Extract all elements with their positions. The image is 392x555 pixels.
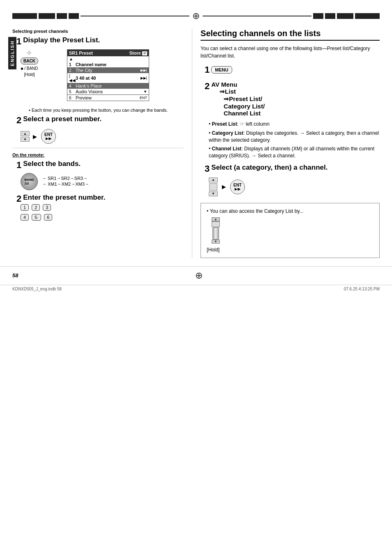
num-btn-1[interactable]: 1 <box>21 204 29 211</box>
preset-row-1: 1 Channel name <box>67 62 149 67</box>
bullet-preset-label: Preset List <box>212 121 237 127</box>
crosshair-bottom-center <box>194 271 204 281</box>
bullet-preset-text: : ☞ left column <box>237 121 270 127</box>
footer-file: KDNXD505_J_eng.indb 58 <box>12 287 62 291</box>
back-button[interactable]: BACK <box>21 58 38 64</box>
right-step2-number: 2 <box>205 81 210 92</box>
step1-block: 1 Display the Preset List. ⊹ BACK ■ / BA… <box>12 36 184 104</box>
left-section-title: Selecting preset channels <box>12 29 184 34</box>
arrow-sr-icon: → <box>42 176 46 181</box>
band-selector-area: BAND1/2 → SR1→SR2→SR3→ → XM1→XM2→XM3→ <box>21 173 184 190</box>
av-list-label: ⇒List <box>219 88 265 95</box>
tip-joy-down: ▼ <box>212 240 220 244</box>
border-line-left <box>81 16 189 16</box>
bullet-channel-label: Channel List <box>212 146 242 152</box>
border-line-right <box>203 16 311 16</box>
num-btn-2[interactable]: 2 <box>32 204 40 211</box>
preset-row-0: ▲ <box>67 56 149 62</box>
right-section-title: Selecting channels on the lists <box>201 29 380 41</box>
tip-joystick: ▲ ▼ <box>211 217 221 244</box>
border-block-8 <box>355 13 380 19</box>
border-block-7 <box>337 13 353 19</box>
footer-date: 07.6.25 4:13:25 PM <box>344 287 380 291</box>
preset-row-6: 6 Preview ENT <box>67 94 149 101</box>
ent-sub-label: ▶/▶ <box>46 137 51 140</box>
on-remote-label: On the remote: <box>12 152 184 157</box>
bullets-block: • Preset List: ☞ left column • Category … <box>201 121 380 159</box>
right-column: Selecting channels on the lists You can … <box>192 29 380 258</box>
av-menu-content: AV Menu ⇒List ⇒Preset List/ Category Lis… <box>211 81 265 117</box>
top-border-left <box>12 11 380 21</box>
preset-row-2: 2 The City ▶▶| <box>67 67 149 73</box>
num-btn-3[interactable]: 3 <box>43 204 51 211</box>
right-step2-block: 2 AV Menu ⇒List ⇒Preset List/ Category L… <box>201 81 380 117</box>
hold-label: [Hold] <box>207 246 374 253</box>
right-step1-row: 1 MENU <box>205 64 380 75</box>
step1b-number: 1 <box>16 160 21 170</box>
tip-joy-body-top <box>212 221 220 227</box>
step2-block: 2 Select a preset number. ▲ ▼ ▶ ENT ▶/▶ <box>12 115 184 144</box>
preset-row-3: |◀◀ 3 40 at 40 ▶▶| <box>67 73 149 83</box>
step2b-number: 2 <box>16 193 21 204</box>
num-btn-4[interactable]: 4 <box>21 214 29 221</box>
right-ent-button[interactable]: ENT ▶/▶ <box>230 180 245 194</box>
step2b-row: 2 Enter the preset number. <box>16 193 184 204</box>
band-row-sr: → SR1→SR2→SR3→ <box>42 176 89 181</box>
num-buttons-group: 1 2 3 <box>21 204 184 211</box>
step1b-heading: Select the bands. <box>23 160 81 168</box>
right-ent-sub: ▶/▶ <box>235 187 240 191</box>
preset-header-title: SR1 Preset <box>69 51 93 55</box>
preset-display-area: ⊹ BACK ■ / BAND [Hold] SR1 Preset Store … <box>21 49 184 104</box>
right-step3-block: 3 Select (a category, then) a channel. ▲… <box>201 164 380 196</box>
band-row-sr-text: SR1→SR2→SR3→ <box>48 176 88 181</box>
num-btn-6[interactable]: 6 <box>44 214 52 221</box>
right-step3-row: 3 Select (a category, then) a channel. <box>205 164 380 174</box>
num-btn-5[interactable]: 5· <box>32 214 41 221</box>
right-up-button[interactable]: ▲ <box>209 177 218 182</box>
border-block-6 <box>325 13 335 19</box>
bullet-preset: • Preset List: ☞ left column <box>209 121 380 128</box>
right-step1-block: 1 MENU <box>201 64 380 75</box>
top-border <box>0 0 392 25</box>
bullet-category: • Category List: Displays the categories… <box>209 130 380 144</box>
right-arrow-icon: ▶ <box>222 184 226 190</box>
menu-button[interactable]: MENU <box>211 66 232 74</box>
av-menu-label: AV Menu <box>211 81 265 88</box>
page-number: 58 <box>12 272 18 279</box>
right-down-button[interactable]: ▼ <box>209 191 218 196</box>
bullet-channel: • Channel List: Displays all channels (X… <box>209 145 380 159</box>
preset-table: SR1 Preset Store ☞ ▲ 1 Channel name 2 Th… <box>67 49 149 101</box>
preset-header-store: Store ☞ <box>129 51 147 55</box>
down-button[interactable]: ▼ <box>21 137 30 142</box>
up-button[interactable]: ▲ <box>21 131 30 136</box>
step1-row: 1 Display the Preset List. <box>16 36 184 47</box>
tip-joy-body <box>212 227 219 240</box>
crosshair-top-center <box>191 11 201 21</box>
step2-heading: Select a preset number. <box>23 115 101 123</box>
border-block-5 <box>313 13 323 19</box>
step2-number: 2 <box>16 115 21 126</box>
ent-label: ENT <box>44 132 53 137</box>
band-label: ■ / BAND <box>21 66 38 71</box>
step2b-heading: Enter the preset number. <box>23 193 105 202</box>
hold-label: [Hold] <box>24 72 35 77</box>
border-block-1 <box>12 13 37 19</box>
bullet1: Each time you keep pressing the button, … <box>29 108 184 113</box>
bullet-category-label: Category List <box>212 130 244 136</box>
step1-heading: Display the Preset List. <box>23 36 100 44</box>
ent-button[interactable]: ENT ▶/▶ <box>41 129 56 144</box>
tip-box: • You can also access the Category List … <box>201 203 380 258</box>
left-controls: ⊹ BACK ■ / BAND [Hold] <box>21 49 38 77</box>
arrow-right-icon: ▶ <box>33 134 37 140</box>
footer-info: KDNXD505_J_eng.indb 58 07.6.25 4:13:25 P… <box>0 285 392 293</box>
jog-up-down: ▲ ▼ <box>21 131 30 142</box>
band-arrows-group: → SR1→SR2→SR3→ → XM1→XM2→XM3→ <box>42 176 89 187</box>
step1b-row: 1 Select the bands. <box>16 160 184 170</box>
left-column: ENGLISH Selecting preset channels 1 Disp… <box>12 29 192 258</box>
step2b-block: 2 Enter the preset number. 1 2 3 4 5· 6 <box>12 193 184 221</box>
right-step1-number: 1 <box>205 64 210 75</box>
band-row-xm-text: XM1→XM2→XM3→ <box>48 182 89 187</box>
jog-middle <box>209 183 217 191</box>
border-block-2 <box>39 13 55 19</box>
band-selector-knob: BAND1/2 <box>21 173 38 190</box>
